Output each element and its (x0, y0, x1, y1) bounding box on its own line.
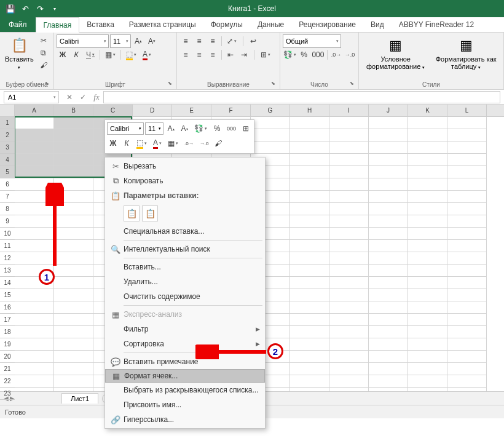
column-header[interactable]: I (329, 105, 369, 116)
row-header[interactable]: 5 (0, 166, 15, 178)
cell[interactable] (369, 129, 408, 141)
cell[interactable] (447, 129, 487, 141)
name-box[interactable]: A1 (4, 91, 59, 103)
mini-shrink-font[interactable]: A▾ (178, 122, 191, 135)
cell[interactable] (15, 228, 54, 240)
cell[interactable] (408, 203, 447, 215)
cell[interactable] (329, 301, 369, 314)
cell[interactable] (447, 338, 487, 351)
row-header[interactable]: 12 (0, 252, 15, 265)
format-as-table-button[interactable]: ▦ Форматировать как таблицу ▾ (431, 34, 501, 80)
cell[interactable] (15, 277, 54, 289)
cell[interactable] (290, 338, 329, 351)
cell[interactable] (15, 178, 54, 191)
decrease-indent-button[interactable]: ⇤ (224, 49, 237, 61)
cell[interactable] (329, 289, 369, 301)
cell[interactable] (369, 277, 408, 289)
cell[interactable] (408, 314, 447, 326)
cell[interactable] (369, 240, 408, 252)
cell[interactable] (54, 338, 93, 351)
cell[interactable] (447, 301, 487, 314)
cell[interactable] (408, 277, 447, 289)
cell[interactable] (15, 154, 54, 166)
cell[interactable] (329, 117, 369, 129)
cell[interactable] (447, 388, 487, 391)
tab-review[interactable]: Рецензирование (291, 17, 363, 32)
cell[interactable] (54, 289, 93, 301)
cell[interactable] (329, 129, 369, 141)
mini-italic[interactable]: К (120, 137, 133, 149)
row-header[interactable]: 7 (0, 191, 15, 203)
mini-font-color[interactable]: A (151, 137, 164, 149)
cell[interactable] (329, 141, 369, 154)
cell[interactable] (15, 314, 54, 326)
menu-smart-lookup[interactable]: 🔍Интеллектуальный поиск (105, 242, 265, 257)
column-header[interactable]: A (15, 105, 54, 116)
mini-fill-color[interactable]: ⬚ (134, 137, 149, 149)
shrink-font-button[interactable]: A▾ (146, 35, 158, 47)
fill-color-button[interactable]: ⬚ (124, 49, 139, 61)
cell[interactable] (329, 277, 369, 289)
increase-indent-button[interactable]: ⇥ (238, 49, 250, 61)
cell[interactable] (369, 228, 408, 240)
align-center-button[interactable]: ≡ (193, 49, 205, 61)
column-header[interactable]: K (408, 105, 447, 116)
cancel-formula-button[interactable]: ✕ (63, 91, 76, 103)
menu-sort[interactable]: Сортировка▶ (105, 336, 265, 351)
cell[interactable] (15, 351, 54, 363)
merge-button[interactable]: ⊞ (258, 49, 273, 61)
cell[interactable] (290, 301, 329, 314)
cell[interactable] (408, 240, 447, 252)
undo-button[interactable]: ↶ (18, 2, 32, 15)
cell[interactable] (369, 388, 408, 391)
cell[interactable] (408, 166, 447, 178)
cell[interactable] (369, 141, 408, 154)
paste-option-values[interactable]: 📋 (142, 205, 158, 221)
cell[interactable] (290, 277, 329, 289)
copy-button[interactable]: ⧉ (37, 47, 50, 59)
cell[interactable] (369, 178, 408, 191)
alignment-launcher[interactable]: ⬊ (271, 81, 278, 88)
cell[interactable] (15, 301, 54, 314)
mini-font-size[interactable]: 11 (145, 122, 163, 135)
mini-bold[interactable]: Ж (107, 137, 119, 149)
formula-input[interactable] (103, 91, 500, 103)
cell[interactable] (290, 166, 329, 178)
cell[interactable] (408, 388, 447, 391)
column-header[interactable]: F (211, 105, 251, 116)
cell[interactable] (54, 178, 93, 191)
borders-button[interactable]: ▦ (103, 49, 118, 61)
cell[interactable] (369, 154, 408, 166)
number-launcher[interactable]: ⬊ (350, 81, 357, 88)
format-painter-button[interactable]: 🖌 (37, 59, 50, 71)
row-header[interactable]: 3 (0, 141, 15, 154)
paste-option-default[interactable]: 📋 (124, 205, 140, 221)
cell[interactable] (290, 191, 329, 203)
font-name-combo[interactable]: Calibri (57, 34, 109, 48)
cell[interactable] (369, 363, 408, 375)
menu-pick-from-list[interactable]: Выбрать из раскрывающегося списка... (105, 383, 265, 397)
cell[interactable] (369, 314, 408, 326)
cell[interactable] (329, 363, 369, 375)
cell[interactable] (408, 154, 447, 166)
cell[interactable] (369, 338, 408, 351)
cell[interactable] (447, 203, 487, 215)
mini-format-painter[interactable]: 🖌 (212, 137, 224, 149)
mini-comma[interactable]: 000 (224, 122, 238, 135)
cell[interactable] (447, 314, 487, 326)
decrease-decimal-button[interactable]: →.0 (344, 49, 356, 61)
percent-button[interactable]: % (297, 49, 310, 61)
cell[interactable] (290, 117, 329, 129)
cell[interactable] (290, 375, 329, 388)
font-launcher[interactable]: ⬊ (168, 81, 175, 88)
cell[interactable] (329, 252, 369, 265)
cell[interactable] (369, 301, 408, 314)
tab-insert[interactable]: Вставка (79, 17, 122, 32)
row-header[interactable]: 14 (0, 277, 15, 289)
cell[interactable] (408, 301, 447, 314)
cell[interactable] (329, 228, 369, 240)
mini-percent[interactable]: % (211, 122, 223, 135)
file-tab[interactable]: Файл (0, 17, 36, 32)
column-header[interactable]: E (172, 105, 211, 116)
row-header[interactable]: 8 (0, 203, 15, 215)
